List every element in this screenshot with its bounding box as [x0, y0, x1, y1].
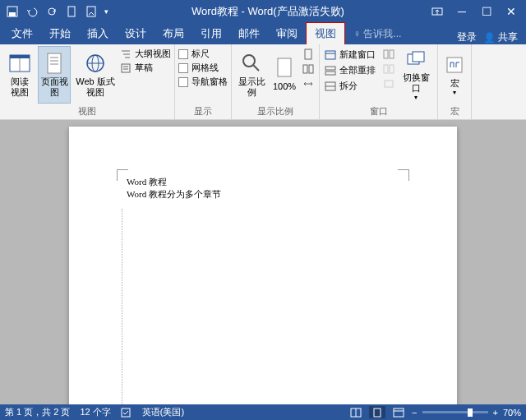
tab-insert[interactable]: 插入 — [79, 23, 117, 44]
svg-rect-25 — [305, 49, 311, 59]
checkbox-icon — [178, 77, 188, 87]
page-width-icon — [302, 78, 314, 90]
svg-rect-26 — [303, 65, 307, 73]
one-page-button[interactable] — [301, 48, 316, 61]
draft-view-button[interactable]: 草稿 — [120, 62, 171, 74]
group-macros-label: 宏 — [441, 104, 468, 119]
share-button[interactable]: 👤共享 — [483, 30, 518, 44]
ribbon-options-button[interactable] — [426, 2, 449, 21]
word-count[interactable]: 12 个字 — [80, 406, 110, 418]
titlebar: ▾ Word教程 - Word(产品激活失败) ─ ☐ ✕ — [0, 0, 526, 23]
tab-home[interactable]: 开始 — [41, 23, 79, 44]
svg-rect-42 — [122, 408, 130, 417]
reading-view-button[interactable]: 阅读 视图 — [3, 46, 36, 104]
svg-rect-24 — [278, 58, 291, 76]
view-side-button[interactable] — [381, 48, 396, 61]
document-line-1[interactable]: Word 教程 — [127, 176, 399, 188]
tab-layout[interactable]: 布局 — [155, 23, 192, 44]
checkbox-icon — [178, 63, 188, 73]
multi-page-button[interactable] — [301, 62, 316, 76]
tab-mailings[interactable]: 邮件 — [230, 23, 268, 44]
qat-customize-button[interactable] — [82, 2, 100, 21]
group-macros: 宏 ▾ 宏 — [438, 44, 472, 119]
arrange-icon — [325, 65, 336, 76]
tab-file[interactable]: 文件 — [3, 23, 41, 44]
svg-line-23 — [253, 65, 259, 71]
navpane-checkbox[interactable]: 导航窗格 — [178, 76, 228, 88]
minimize-button[interactable]: ─ — [450, 2, 473, 21]
one-page-icon — [302, 48, 314, 60]
sync-icon — [383, 63, 394, 75]
new-window-icon — [325, 49, 336, 61]
zoom-slider[interactable] — [422, 411, 488, 413]
outline-view-button[interactable]: 大纲视图 — [120, 48, 171, 60]
tab-design[interactable]: 设计 — [117, 23, 155, 44]
arrange-all-button[interactable]: 全部重排 — [323, 63, 377, 77]
reset-position-button[interactable] — [381, 77, 396, 90]
page-100-icon — [273, 57, 296, 80]
page[interactable]: Word 教程 Word 教程分为多个章节 — [69, 127, 457, 404]
split-button[interactable]: 拆分 — [323, 79, 377, 93]
macros-button[interactable]: 宏 ▾ — [441, 46, 468, 104]
undo-button[interactable] — [23, 2, 41, 21]
quick-access-toolbar: ▾ — [3, 2, 110, 21]
draft-icon — [120, 62, 132, 74]
svg-rect-36 — [384, 65, 388, 73]
checkbox-icon — [178, 49, 188, 59]
ruler-checkbox[interactable]: 标尺 — [178, 48, 228, 60]
new-window-button[interactable]: 新建窗口 — [323, 48, 377, 62]
web-view-icon — [84, 52, 107, 75]
page-view-button[interactable]: 页面视图 — [38, 46, 71, 104]
dropdown-icon: ▾ — [453, 89, 456, 97]
svg-rect-37 — [390, 65, 394, 73]
ribbon: 阅读 视图 页面视图 Web 版式视图 大纲视图 草稿 视图 标尺 网格线 导航… — [0, 44, 526, 120]
margin-corner-icon — [117, 169, 128, 181]
web-layout-icon[interactable] — [390, 406, 407, 418]
split-icon — [325, 81, 336, 92]
multi-page-icon — [302, 63, 314, 75]
tab-references[interactable]: 引用 — [192, 23, 230, 44]
zoom-icon — [240, 52, 263, 75]
svg-rect-46 — [394, 408, 404, 417]
tab-view[interactable]: 视图 — [306, 22, 345, 44]
qat-more-button[interactable]: ▾ — [102, 2, 110, 21]
svg-rect-41 — [447, 58, 462, 72]
zoom-level[interactable]: 70% — [503, 408, 521, 418]
maximize-button[interactable]: ☐ — [475, 2, 498, 21]
sync-scroll-button[interactable] — [381, 62, 396, 76]
svg-rect-40 — [413, 52, 424, 62]
zoom-in-button[interactable]: + — [493, 408, 498, 418]
group-zoom: 显示比例 100% 显示比例 — [232, 44, 320, 119]
svg-rect-38 — [385, 81, 393, 87]
login-link[interactable]: 登录 — [457, 30, 477, 44]
save-button[interactable] — [3, 2, 21, 21]
page-indicator[interactable]: 第 1 页，共 2 页 — [5, 406, 70, 418]
gridlines-checkbox[interactable]: 网格线 — [178, 62, 228, 74]
reset-icon — [383, 78, 394, 90]
window-controls: ─ ☐ ✕ — [426, 2, 523, 21]
switch-window-button[interactable]: 切换窗口 ▾ — [398, 46, 434, 104]
new-doc-button[interactable] — [62, 2, 81, 21]
tell-me-field[interactable]: ♀ 告诉我... — [345, 24, 409, 44]
redo-button[interactable] — [43, 2, 61, 21]
svg-rect-34 — [384, 50, 388, 58]
document-line-2[interactable]: Word 教程分为多个章节 — [127, 188, 399, 201]
zoom-thumb[interactable] — [468, 408, 473, 417]
document-canvas[interactable]: Word 教程 Word 教程分为多个章节 — [0, 120, 526, 404]
zoom-out-button[interactable]: − — [412, 408, 417, 418]
page-width-button[interactable] — [301, 77, 316, 90]
print-layout-icon[interactable] — [369, 406, 385, 418]
zoom-100-button[interactable]: 100% — [270, 46, 299, 104]
svg-rect-28 — [325, 51, 335, 59]
margin-corner-icon — [398, 169, 409, 181]
svg-rect-19 — [122, 64, 130, 72]
read-mode-icon[interactable] — [348, 406, 364, 418]
zoom-button[interactable]: 显示比例 — [235, 46, 268, 104]
statusbar: 第 1 页，共 2 页 12 个字 英语(美国) − + 70% — [0, 404, 526, 420]
svg-point-22 — [243, 55, 255, 67]
spellcheck-icon[interactable] — [121, 408, 132, 418]
tab-review[interactable]: 审阅 — [268, 23, 306, 44]
close-button[interactable]: ✕ — [500, 2, 523, 21]
web-view-button[interactable]: Web 版式视图 — [72, 46, 118, 104]
language-indicator[interactable]: 英语(美国) — [142, 406, 184, 418]
